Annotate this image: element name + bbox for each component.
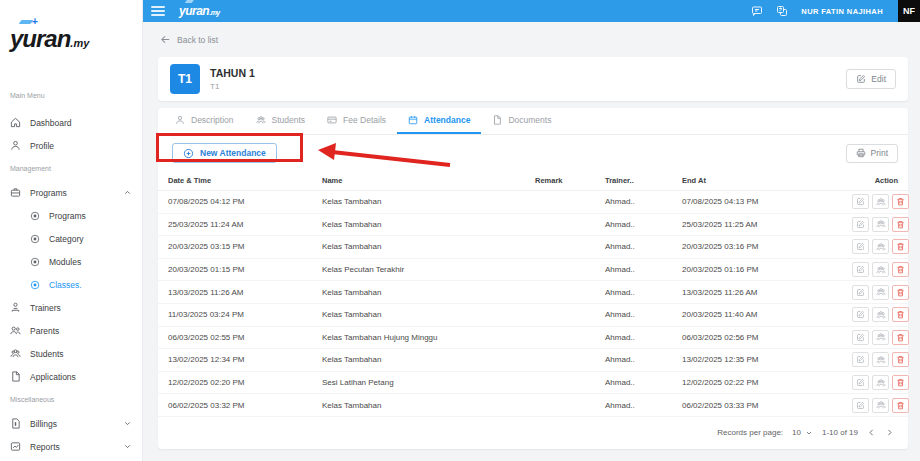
translate-icon[interactable] xyxy=(776,5,788,17)
tab-bar: Description Students Fee Details Attenda… xyxy=(158,108,908,135)
print-button[interactable]: Print xyxy=(846,144,898,163)
sidebar-item-modules[interactable]: Modules xyxy=(0,250,142,273)
row-delete-button[interactable] xyxy=(892,285,909,300)
records-per-page-select[interactable]: 10 xyxy=(792,428,813,437)
sidebar-item-category[interactable]: Category xyxy=(0,227,142,250)
sidebar-item-programs[interactable]: Programs xyxy=(0,181,142,204)
row-edit-button[interactable] xyxy=(852,398,869,413)
arrow-left-icon xyxy=(160,34,171,45)
home-icon xyxy=(10,117,21,128)
brand-suffix: .my xyxy=(70,37,89,49)
person-icon xyxy=(10,140,21,151)
row-edit-button[interactable] xyxy=(852,262,869,277)
row-attendees-button[interactable] xyxy=(872,194,889,209)
cell-trainer: Ahmad.. xyxy=(605,197,682,206)
sidebar-item-classes[interactable]: Classes. xyxy=(0,273,142,296)
table-row: 20/03/2025 03:15 PMKelas TambahanAhmad..… xyxy=(158,236,908,259)
sidebar-item-programs-sub[interactable]: Programs xyxy=(0,204,142,227)
chevron-down-icon xyxy=(123,442,132,451)
sidebar-section-main-menu: Main Menu xyxy=(0,78,142,111)
billing-icon xyxy=(10,418,21,429)
cell-datetime: 13/03/2025 11:26 AM xyxy=(168,288,322,297)
edit-button[interactable]: Edit xyxy=(846,69,896,89)
cell-action xyxy=(852,194,909,209)
sidebar-item-billings[interactable]: Billings xyxy=(0,412,142,435)
cell-end-at: 07/08/2025 04:13 PM xyxy=(682,197,852,206)
sidebar-item-label: Reports xyxy=(30,442,60,452)
trash-icon xyxy=(896,242,905,251)
chevron-down-icon xyxy=(123,419,132,428)
cell-end-at: 20/03/2025 01:16 PM xyxy=(682,265,852,274)
tab-attendance[interactable]: Attendance xyxy=(397,108,481,134)
column-header-name[interactable]: Name xyxy=(322,176,535,185)
cell-datetime: 06/03/2025 02:55 PM xyxy=(168,333,322,342)
row-delete-button[interactable] xyxy=(892,217,909,232)
sidebar-item-students[interactable]: Students xyxy=(0,342,142,365)
topbar-brand-logo: yuran.my xyxy=(179,4,220,18)
tab-students[interactable]: Students xyxy=(245,108,317,134)
row-attendees-button[interactable] xyxy=(872,262,889,277)
row-attendees-button[interactable] xyxy=(872,375,889,390)
document-icon xyxy=(492,115,502,125)
sidebar-section-miscellaneous: Miscellaneous xyxy=(0,388,142,412)
column-header-trainer[interactable]: Trainer.. xyxy=(605,176,682,185)
sidebar-item-label: Trainers xyxy=(30,303,61,313)
row-attendees-button[interactable] xyxy=(872,217,889,232)
row-attendees-button[interactable] xyxy=(872,307,889,322)
row-delete-button[interactable] xyxy=(892,352,909,367)
brand-name: yuran xyxy=(179,4,209,18)
cell-action xyxy=(852,398,909,413)
row-edit-button[interactable] xyxy=(852,307,869,322)
row-delete-button[interactable] xyxy=(892,330,909,345)
tab-label: Attendance xyxy=(424,115,470,125)
row-attendees-button[interactable] xyxy=(872,239,889,254)
new-attendance-button[interactable]: New Attendance xyxy=(172,143,277,163)
previous-page-button[interactable] xyxy=(867,428,876,437)
tab-description[interactable]: Description xyxy=(164,108,245,134)
row-attendees-button[interactable] xyxy=(872,285,889,300)
sidebar-item-applications[interactable]: Applications xyxy=(0,365,142,388)
back-to-list-link[interactable]: Back to list xyxy=(160,34,218,45)
tab-fee-details[interactable]: Fee Details xyxy=(316,108,397,134)
row-delete-button[interactable] xyxy=(892,307,909,322)
cell-action xyxy=(852,375,909,390)
sidebar-item-dashboard[interactable]: Dashboard xyxy=(0,111,142,134)
row-edit-button[interactable] xyxy=(852,330,869,345)
row-attendees-button[interactable] xyxy=(872,330,889,345)
row-edit-button[interactable] xyxy=(852,239,869,254)
tab-documents[interactable]: Documents xyxy=(481,108,562,134)
row-edit-button[interactable] xyxy=(852,285,869,300)
next-page-button[interactable] xyxy=(885,428,894,437)
chat-icon[interactable] xyxy=(751,5,763,17)
row-delete-button[interactable] xyxy=(892,375,909,390)
row-attendees-button[interactable] xyxy=(872,352,889,367)
column-header-datetime[interactable]: Date & Time xyxy=(168,176,322,185)
sidebar-item-profile[interactable]: Profile xyxy=(0,134,142,157)
row-edit-button[interactable] xyxy=(852,217,869,232)
row-edit-button[interactable] xyxy=(852,194,869,209)
row-edit-button[interactable] xyxy=(852,352,869,367)
hamburger-menu-icon[interactable] xyxy=(151,6,165,16)
trash-icon xyxy=(896,333,905,342)
row-delete-button[interactable] xyxy=(892,262,909,277)
cell-end-at: 13/02/2025 12:35 PM xyxy=(682,355,852,364)
row-delete-button[interactable] xyxy=(892,398,909,413)
calendar-icon xyxy=(408,115,418,125)
cell-datetime: 20/03/2025 03:15 PM xyxy=(168,242,322,251)
sidebar-item-label: Billings xyxy=(30,419,57,429)
sidebar-item-reports[interactable]: Reports xyxy=(0,435,142,458)
column-header-remark[interactable]: Remark xyxy=(535,176,605,185)
row-attendees-button[interactable] xyxy=(872,398,889,413)
sidebar-item-parents[interactable]: Parents xyxy=(0,319,142,342)
table-row: 11/03/2025 03:24 PMKelas TambahanAhmad..… xyxy=(158,304,908,327)
user-name[interactable]: NUR FATIN NAJIHAH xyxy=(801,7,883,16)
row-edit-button[interactable] xyxy=(852,375,869,390)
cell-trainer: Ahmad.. xyxy=(605,401,682,410)
user-avatar[interactable]: NF xyxy=(898,0,920,22)
row-delete-button[interactable] xyxy=(892,239,909,254)
sidebar-item-trainers[interactable]: Trainers xyxy=(0,296,142,319)
row-delete-button[interactable] xyxy=(892,194,909,209)
topbar: yuran.my NUR FATIN NAJIHAH NF xyxy=(143,0,920,22)
cell-trainer: Ahmad.. xyxy=(605,333,682,342)
column-header-end-at[interactable]: End At xyxy=(682,176,852,185)
